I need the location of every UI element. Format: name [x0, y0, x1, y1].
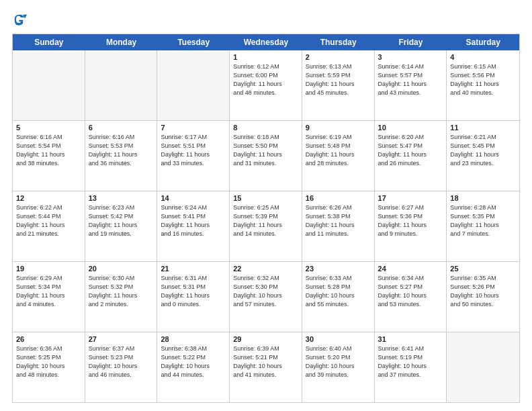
cell-info: Sunrise: 6:32 AM Sunset: 5:30 PM Dayligh… — [233, 274, 298, 309]
cell-info: Sunrise: 6:27 AM Sunset: 5:36 PM Dayligh… — [378, 203, 443, 238]
cell-info: Sunrise: 6:21 AM Sunset: 5:45 PM Dayligh… — [450, 133, 516, 168]
cell-info: Sunrise: 6:38 AM Sunset: 5:22 PM Dayligh… — [161, 345, 226, 379]
day-number: 5 — [16, 124, 81, 132]
calendar-row: 5Sunrise: 6:16 AM Sunset: 5:54 PM Daylig… — [13, 121, 519, 191]
cell-info: Sunrise: 6:33 AM Sunset: 5:28 PM Dayligh… — [306, 274, 371, 309]
day-number: 28 — [161, 335, 226, 343]
cell-info: Sunrise: 6:13 AM Sunset: 5:59 PM Dayligh… — [306, 62, 371, 97]
day-number: 30 — [306, 335, 371, 343]
calendar-row: 1Sunrise: 6:12 AM Sunset: 6:00 PM Daylig… — [13, 50, 519, 121]
calendar-cell: 10Sunrise: 6:20 AM Sunset: 5:47 PM Dayli… — [375, 121, 447, 191]
cell-info: Sunrise: 6:30 AM Sunset: 5:32 PM Dayligh… — [89, 274, 154, 309]
cell-info: Sunrise: 6:28 AM Sunset: 5:35 PM Dayligh… — [450, 203, 516, 238]
cell-info: Sunrise: 6:39 AM Sunset: 5:21 PM Dayligh… — [233, 345, 298, 379]
weekday-header: Thursday — [302, 34, 375, 50]
day-number: 10 — [378, 124, 443, 132]
cell-info: Sunrise: 6:19 AM Sunset: 5:48 PM Dayligh… — [306, 133, 371, 168]
calendar-cell: 5Sunrise: 6:16 AM Sunset: 5:54 PM Daylig… — [13, 121, 85, 191]
calendar-cell: 3Sunrise: 6:14 AM Sunset: 5:57 PM Daylig… — [375, 50, 447, 120]
cell-info: Sunrise: 6:36 AM Sunset: 5:25 PM Dayligh… — [16, 345, 81, 379]
day-number: 6 — [89, 124, 154, 132]
calendar-cell: 18Sunrise: 6:28 AM Sunset: 5:35 PM Dayli… — [447, 191, 519, 261]
calendar-cell: 22Sunrise: 6:32 AM Sunset: 5:30 PM Dayli… — [230, 262, 302, 332]
cell-info: Sunrise: 6:41 AM Sunset: 5:19 PM Dayligh… — [378, 345, 443, 379]
day-number: 16 — [306, 194, 371, 202]
day-number: 8 — [233, 124, 298, 132]
calendar-cell: 20Sunrise: 6:30 AM Sunset: 5:32 PM Dayli… — [85, 262, 158, 332]
cell-info: Sunrise: 6:20 AM Sunset: 5:47 PM Dayligh… — [378, 133, 443, 168]
calendar-cell — [447, 332, 519, 402]
calendar-cell: 11Sunrise: 6:21 AM Sunset: 5:45 PM Dayli… — [447, 121, 519, 191]
header — [12, 12, 520, 27]
cell-info: Sunrise: 6:14 AM Sunset: 5:57 PM Dayligh… — [378, 62, 443, 97]
calendar-cell: 4Sunrise: 6:15 AM Sunset: 5:56 PM Daylig… — [447, 50, 519, 120]
calendar-body: 1Sunrise: 6:12 AM Sunset: 6:00 PM Daylig… — [13, 50, 519, 402]
day-number: 23 — [306, 265, 371, 273]
weekday-header: Wednesday — [230, 34, 302, 50]
day-number: 15 — [233, 194, 298, 202]
day-number: 17 — [378, 194, 443, 202]
calendar-cell: 15Sunrise: 6:25 AM Sunset: 5:39 PM Dayli… — [230, 191, 302, 261]
calendar-cell: 12Sunrise: 6:22 AM Sunset: 5:44 PM Dayli… — [13, 191, 85, 261]
cell-info: Sunrise: 6:31 AM Sunset: 5:31 PM Dayligh… — [161, 274, 226, 309]
day-number: 12 — [16, 194, 81, 202]
weekday-header: Tuesday — [157, 34, 230, 50]
calendar-cell: 14Sunrise: 6:24 AM Sunset: 5:41 PM Dayli… — [157, 191, 230, 261]
cell-info: Sunrise: 6:16 AM Sunset: 5:53 PM Dayligh… — [89, 133, 154, 168]
cell-info: Sunrise: 6:26 AM Sunset: 5:38 PM Dayligh… — [306, 203, 371, 238]
day-number: 1 — [233, 53, 298, 61]
calendar-cell: 1Sunrise: 6:12 AM Sunset: 6:00 PM Daylig… — [230, 50, 302, 120]
cell-info: Sunrise: 6:16 AM Sunset: 5:54 PM Dayligh… — [16, 133, 81, 168]
weekday-header: Friday — [375, 34, 447, 50]
day-number: 29 — [233, 335, 298, 343]
calendar-row: 12Sunrise: 6:22 AM Sunset: 5:44 PM Dayli… — [13, 191, 519, 262]
page: SundayMondayTuesdayWednesdayThursdayFrid… — [0, 0, 532, 411]
day-number: 24 — [378, 265, 443, 273]
calendar-cell: 28Sunrise: 6:38 AM Sunset: 5:22 PM Dayli… — [157, 332, 230, 402]
cell-info: Sunrise: 6:17 AM Sunset: 5:51 PM Dayligh… — [161, 133, 226, 168]
calendar-cell: 24Sunrise: 6:34 AM Sunset: 5:27 PM Dayli… — [375, 262, 447, 332]
calendar-header: SundayMondayTuesdayWednesdayThursdayFrid… — [13, 34, 519, 50]
day-number: 27 — [89, 335, 154, 343]
calendar-cell: 21Sunrise: 6:31 AM Sunset: 5:31 PM Dayli… — [157, 262, 230, 332]
weekday-header: Sunday — [13, 34, 85, 50]
calendar-cell: 31Sunrise: 6:41 AM Sunset: 5:19 PM Dayli… — [375, 332, 447, 402]
calendar-cell: 19Sunrise: 6:29 AM Sunset: 5:34 PM Dayli… — [13, 262, 85, 332]
cell-info: Sunrise: 6:37 AM Sunset: 5:23 PM Dayligh… — [89, 345, 154, 379]
cell-info: Sunrise: 6:40 AM Sunset: 5:20 PM Dayligh… — [306, 345, 371, 379]
day-number: 7 — [161, 124, 226, 132]
weekday-header: Saturday — [447, 34, 519, 50]
cell-info: Sunrise: 6:22 AM Sunset: 5:44 PM Dayligh… — [16, 203, 81, 238]
calendar-cell: 16Sunrise: 6:26 AM Sunset: 5:38 PM Dayli… — [302, 191, 375, 261]
calendar-cell — [157, 50, 230, 120]
day-number: 31 — [378, 335, 443, 343]
calendar-cell — [85, 50, 158, 120]
cell-info: Sunrise: 6:34 AM Sunset: 5:27 PM Dayligh… — [378, 274, 443, 309]
day-number: 18 — [450, 194, 516, 202]
calendar-cell: 29Sunrise: 6:39 AM Sunset: 5:21 PM Dayli… — [230, 332, 302, 402]
calendar-cell — [13, 50, 85, 120]
calendar-cell: 8Sunrise: 6:18 AM Sunset: 5:50 PM Daylig… — [230, 121, 302, 191]
calendar: SundayMondayTuesdayWednesdayThursdayFrid… — [12, 34, 520, 403]
cell-info: Sunrise: 6:35 AM Sunset: 5:26 PM Dayligh… — [450, 274, 516, 309]
cell-info: Sunrise: 6:24 AM Sunset: 5:41 PM Dayligh… — [161, 203, 226, 238]
logo — [12, 12, 28, 27]
cell-info: Sunrise: 6:12 AM Sunset: 6:00 PM Dayligh… — [233, 62, 298, 97]
calendar-cell: 23Sunrise: 6:33 AM Sunset: 5:28 PM Dayli… — [302, 262, 375, 332]
day-number: 19 — [16, 265, 81, 273]
day-number: 11 — [450, 124, 516, 132]
calendar-row: 26Sunrise: 6:36 AM Sunset: 5:25 PM Dayli… — [13, 332, 519, 402]
calendar-cell: 17Sunrise: 6:27 AM Sunset: 5:36 PM Dayli… — [375, 191, 447, 261]
calendar-cell: 30Sunrise: 6:40 AM Sunset: 5:20 PM Dayli… — [302, 332, 375, 402]
calendar-cell: 13Sunrise: 6:23 AM Sunset: 5:42 PM Dayli… — [85, 191, 158, 261]
logo-icon — [12, 12, 27, 27]
day-number: 22 — [233, 265, 298, 273]
calendar-cell: 27Sunrise: 6:37 AM Sunset: 5:23 PM Dayli… — [85, 332, 158, 402]
cell-info: Sunrise: 6:18 AM Sunset: 5:50 PM Dayligh… — [233, 133, 298, 168]
cell-info: Sunrise: 6:15 AM Sunset: 5:56 PM Dayligh… — [450, 62, 516, 97]
cell-info: Sunrise: 6:25 AM Sunset: 5:39 PM Dayligh… — [233, 203, 298, 238]
weekday-header: Monday — [85, 34, 158, 50]
day-number: 26 — [16, 335, 81, 343]
calendar-row: 19Sunrise: 6:29 AM Sunset: 5:34 PM Dayli… — [13, 262, 519, 332]
day-number: 3 — [378, 53, 443, 61]
